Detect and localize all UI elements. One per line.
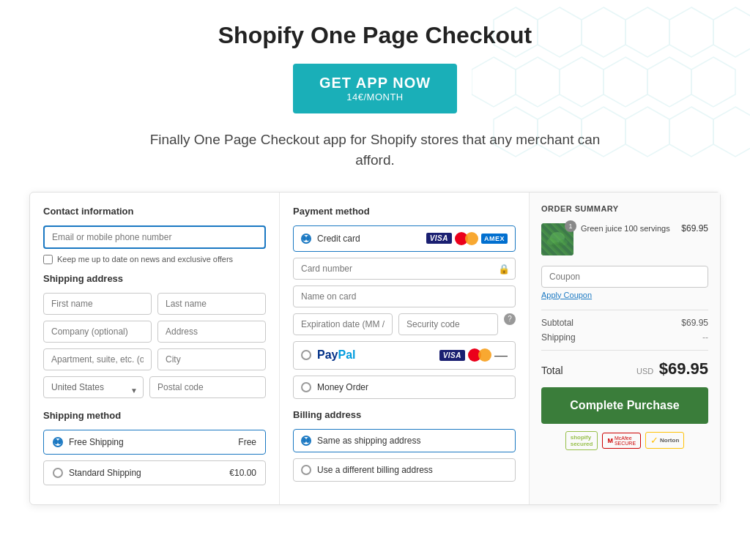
credit-card-icons: VISA AMEX xyxy=(426,232,508,245)
get-app-button[interactable]: GET APP NOW 14€/MONTH xyxy=(293,64,457,113)
paypal-discover-icon: — xyxy=(494,348,508,363)
amex-icon: AMEX xyxy=(481,234,508,244)
first-name-input[interactable] xyxy=(43,293,152,315)
name-on-card-input[interactable] xyxy=(293,285,516,307)
paypal-card-icons: VISA — xyxy=(439,348,508,363)
money-order-option[interactable]: Money Order xyxy=(293,376,516,399)
newsletter-checkbox[interactable] xyxy=(43,255,53,264)
expiration-input[interactable] xyxy=(293,313,393,335)
norton-check-icon: ✓ xyxy=(650,435,658,446)
total-label: Total xyxy=(541,365,563,376)
city-input[interactable] xyxy=(157,348,266,370)
money-order-label: Money Order xyxy=(317,382,368,392)
newsletter-label: Keep me up to date on news and exclusive… xyxy=(57,255,233,264)
subtotal-value: $69.95 xyxy=(681,318,708,328)
shipping-address-title: Shipping address xyxy=(43,273,266,284)
shopify-badge: shopifysecured xyxy=(565,431,598,450)
billing-different-radio[interactable] xyxy=(301,465,311,475)
mastercard-orange-icon xyxy=(465,232,478,245)
shipping-label: Shipping xyxy=(541,332,576,343)
company-input[interactable] xyxy=(43,321,152,343)
shipping-method-title: Shipping method xyxy=(43,410,266,421)
billing-same-radio[interactable] xyxy=(301,436,311,446)
shipping-row: Shipping -- xyxy=(541,332,708,343)
trust-badges: shopifysecured M McAfeeSECURE ✓ Norton xyxy=(541,431,708,450)
svg-point-22 xyxy=(552,242,563,248)
lock-icon: 🔒 xyxy=(498,263,510,274)
svg-marker-17 xyxy=(713,107,750,157)
order-item: 1 Green juice 100 servings $69.95 xyxy=(541,223,708,255)
postal-input[interactable] xyxy=(149,376,266,398)
middle-column: Payment method Credit card VISA AMEX 🔒 xyxy=(280,193,530,504)
item-quantity-badge: 1 xyxy=(565,220,576,232)
summary-divider-2 xyxy=(541,350,708,351)
cta-sub-label: 14€/MONTH xyxy=(319,92,431,103)
subtotal-label: Subtotal xyxy=(541,318,573,328)
svg-marker-16 xyxy=(669,107,713,157)
paypal-logo: PayPal xyxy=(317,348,355,362)
address-input[interactable] xyxy=(157,321,266,343)
payment-section-title: Payment method xyxy=(293,206,516,217)
apt-input[interactable] xyxy=(43,348,152,370)
exp-security-row: ? xyxy=(293,313,516,335)
contact-section-title: Contact information xyxy=(43,206,266,217)
apply-coupon-link[interactable]: Apply Coupon xyxy=(541,291,708,299)
credit-card-option[interactable]: Credit card VISA AMEX xyxy=(293,225,516,252)
svg-point-21 xyxy=(559,239,568,245)
standard-shipping-label: Standard Shipping xyxy=(69,468,141,478)
cta-main-label: GET APP NOW xyxy=(319,74,431,92)
svg-point-20 xyxy=(547,238,557,245)
order-summary-title: ORDER SUMMARY xyxy=(541,204,708,213)
paypal-option[interactable]: PayPal VISA — xyxy=(293,341,516,370)
order-item-price: $69.95 xyxy=(681,223,708,234)
billing-different-option[interactable]: Use a different billing address xyxy=(293,458,516,482)
summary-divider-1 xyxy=(541,310,708,310)
email-input[interactable] xyxy=(43,225,266,249)
complete-purchase-button[interactable]: Complete Purchase xyxy=(541,387,708,424)
order-item-img-wrapper: 1 xyxy=(541,223,573,255)
shipping-option-free[interactable]: Free Shipping Free xyxy=(43,430,266,455)
standard-shipping-price: €10.00 xyxy=(229,468,256,478)
card-number-wrapper: 🔒 xyxy=(293,258,516,280)
tagline: Finally One Page Checkout app for Shopif… xyxy=(137,130,613,171)
paypal-mc-orange-icon xyxy=(478,348,491,362)
svg-marker-15 xyxy=(625,107,669,157)
standard-shipping-radio[interactable] xyxy=(53,468,63,478)
security-help-icon[interactable]: ? xyxy=(504,313,516,325)
billing-same-label: Same as shipping address xyxy=(317,436,420,446)
order-summary-column: ORDER SUMMARY 1 Green juice 100 s xyxy=(530,193,720,504)
paypal-radio[interactable] xyxy=(301,350,311,360)
mcafee-badge-label: M xyxy=(607,437,613,444)
billing-section-title: Billing address xyxy=(293,409,516,420)
svg-point-19 xyxy=(550,232,565,244)
money-order-radio[interactable] xyxy=(301,382,311,392)
security-code-input[interactable] xyxy=(398,313,498,335)
free-shipping-price: Free xyxy=(238,437,256,447)
page-title: Shopify One Page Checkout xyxy=(29,22,721,49)
mcafee-text: McAfeeSECURE xyxy=(615,436,636,446)
shipping-value: -- xyxy=(702,332,708,343)
mcafee-badge: M McAfeeSECURE xyxy=(602,433,641,449)
left-column: Contact information Keep me up to date o… xyxy=(30,193,280,504)
coupon-input[interactable] xyxy=(541,266,708,288)
free-shipping-radio[interactable] xyxy=(53,437,63,447)
card-number-input[interactable] xyxy=(293,258,516,280)
shopify-badge-label: shopifysecured xyxy=(571,434,593,447)
total-amount-wrapper: USD $69.95 xyxy=(636,359,708,378)
norton-badge-label: Norton xyxy=(660,437,679,444)
total-currency: USD xyxy=(636,367,653,376)
shipping-option-standard[interactable]: Standard Shipping €10.00 xyxy=(43,460,266,485)
norton-badge: ✓ Norton xyxy=(645,432,684,449)
order-item-name: Green juice 100 servings xyxy=(581,223,674,234)
credit-card-label: Credit card xyxy=(317,234,360,244)
billing-different-label: Use a different billing address xyxy=(317,465,433,475)
last-name-input[interactable] xyxy=(157,293,266,315)
country-select[interactable]: United States xyxy=(43,376,144,398)
billing-same-option[interactable]: Same as shipping address xyxy=(293,429,516,452)
paypal-visa-icon: VISA xyxy=(439,350,465,361)
total-amount: $69.95 xyxy=(659,359,708,378)
free-shipping-label: Free Shipping xyxy=(69,437,124,447)
credit-card-radio[interactable] xyxy=(301,234,311,244)
total-row: Total USD $69.95 xyxy=(541,359,708,378)
visa-icon: VISA xyxy=(426,233,452,244)
